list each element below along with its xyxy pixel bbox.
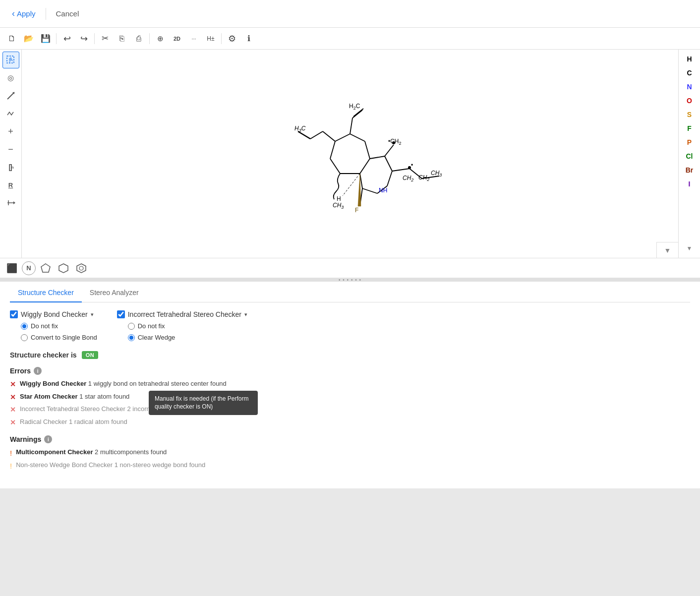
zoom-in-button[interactable]: + xyxy=(2,123,19,140)
element-n-button[interactable]: N xyxy=(683,81,697,92)
wiggly-bond-dropdown-icon[interactable]: ▾ xyxy=(91,311,94,318)
aromatic-ring-button[interactable] xyxy=(73,260,89,276)
svg-line-29 xyxy=(392,169,409,171)
warn-desc-1: 2 multicomponents found xyxy=(95,448,167,456)
warn-label-1: Multicomponent Checker xyxy=(16,448,95,456)
wiggly-do-not-fix-radio[interactable] xyxy=(21,323,28,330)
warn-icon-1: ! xyxy=(10,448,12,458)
wiggly-bond-checkbox[interactable] xyxy=(10,310,18,318)
copy-button[interactable]: ⎘ xyxy=(114,31,130,47)
svg-marker-48 xyxy=(77,264,86,273)
bottom-panel: Structure Checker Stereo Analyzer Wiggly… xyxy=(0,282,700,488)
element-br-button[interactable]: Br xyxy=(683,165,697,176)
tab-stereo-analyzer[interactable]: Stereo Analyzer xyxy=(82,284,147,302)
stereo-checkbox[interactable] xyxy=(117,310,125,318)
panel-divider[interactable]: • • • • • • xyxy=(0,278,700,282)
hexagon-button[interactable] xyxy=(56,260,71,276)
checker-tabs: Structure Checker Stereo Analyzer xyxy=(10,282,690,302)
save-button[interactable]: 💾 xyxy=(38,31,54,47)
svg-marker-46 xyxy=(41,264,50,272)
wiggly-do-not-fix-option[interactable]: Do not fix xyxy=(10,322,97,330)
errors-title: Errors i xyxy=(10,367,690,375)
select-tool-button[interactable] xyxy=(2,52,19,68)
status-toggle[interactable]: ON xyxy=(82,351,99,359)
chain-tool-button[interactable] xyxy=(2,105,19,122)
stereo-dropdown-icon[interactable]: ▾ xyxy=(244,311,247,318)
left-toolbar: ◎ + − []n R xyxy=(0,50,22,258)
svg-text:H2C: H2C xyxy=(349,103,360,111)
stereo-clear-wedge-option[interactable]: Clear Wedge xyxy=(117,334,247,341)
undo-button[interactable]: ↩ xyxy=(59,31,75,47)
warnings-section: Warnings i ! Multicomponent Checker 2 mu… xyxy=(10,435,690,471)
stereo-clear-wedge-radio[interactable] xyxy=(128,334,135,341)
nitrogen-ring-button[interactable]: N xyxy=(22,261,36,275)
r-group-tool-button[interactable]: R xyxy=(2,177,19,193)
svg-text:F: F xyxy=(355,207,358,214)
error-desc-2: 1 star atom found xyxy=(79,393,129,400)
error-item-stereo: ✕ Incorrect Tetrahedral Stereo Checker 2… xyxy=(10,405,690,415)
svg-text:•CH2: •CH2 xyxy=(388,138,402,146)
open-file-button[interactable]: 📂 xyxy=(21,31,37,47)
error-label-1: Wiggly Bond Checker xyxy=(20,380,88,387)
stereo-do-not-fix-radio[interactable] xyxy=(128,323,135,330)
paste-button[interactable]: ⎙ xyxy=(131,31,147,47)
error-icon-3: ✕ xyxy=(10,405,16,415)
element-f-button[interactable]: F xyxy=(683,123,697,134)
element-cl-button[interactable]: Cl xyxy=(683,151,697,162)
errors-info-icon[interactable]: i xyxy=(34,367,42,375)
info-button[interactable]: ℹ xyxy=(241,31,257,47)
wiggly-bond-checker-header: Wiggly Bond Checker ▾ xyxy=(10,310,97,318)
atom-map-button[interactable]: H± xyxy=(203,31,219,47)
pentagon-button[interactable] xyxy=(38,260,54,276)
element-p-button[interactable]: P xyxy=(683,137,697,148)
element-i-button[interactable]: I xyxy=(683,179,697,189)
bond-tool-button[interactable] xyxy=(2,87,19,104)
stereo-checker-label: Incorrect Tetrahedral Stereo Checker xyxy=(128,310,241,318)
reaction-tool-button[interactable] xyxy=(2,194,19,211)
stereo-checker-header: Incorrect Tetrahedral Stereo Checker ▾ xyxy=(117,310,247,318)
tab-structure-checker[interactable]: Structure Checker xyxy=(10,284,82,302)
svg-line-7 xyxy=(330,159,340,174)
new-file-button[interactable]: 🗋 xyxy=(4,31,20,47)
layout-button[interactable]: ··· xyxy=(186,31,202,47)
svg-line-14 xyxy=(323,131,335,141)
wiggly-convert-option[interactable]: Convert to Single Bond xyxy=(10,334,97,341)
bottom-toolbar: ⬛ N xyxy=(0,258,700,278)
error-label-3: Incorrect Tetrahedral Stereo Checker xyxy=(20,405,127,413)
molecule-canvas[interactable]: H3C H2C •CH2 CH3 H F NH CH3 CH2 CH2 • ▼ xyxy=(22,50,678,258)
element-h-button[interactable]: H xyxy=(683,54,697,64)
error-icon-1: ✕ xyxy=(10,380,16,390)
svg-line-12 xyxy=(360,159,370,174)
svg-line-22 xyxy=(387,171,392,186)
stereo-checker-group: Incorrect Tetrahedral Stereo Checker ▾ D… xyxy=(117,310,247,341)
apply-button[interactable]: Apply xyxy=(8,6,40,21)
svg-line-21 xyxy=(385,156,392,171)
cancel-button[interactable]: Cancel xyxy=(52,7,83,20)
cut-button[interactable]: ✂ xyxy=(97,31,113,47)
stereo-do-not-fix-option[interactable]: Do not fix xyxy=(117,322,247,330)
svg-line-17 xyxy=(350,118,352,134)
svg-text:CH3: CH3 xyxy=(333,202,344,210)
eraser-tool-button[interactable]: ◎ xyxy=(2,69,19,86)
template-button[interactable]: ⬛ xyxy=(4,260,20,276)
warning-item-multicomponent: ! Multicomponent Checker 2 multicomponen… xyxy=(10,448,690,458)
wiggly-convert-radio[interactable] xyxy=(21,334,28,341)
settings-button[interactable]: ⚙ xyxy=(224,31,240,47)
svg-text:H3C: H3C xyxy=(294,125,306,133)
bracket-tool-button[interactable]: []n xyxy=(2,159,19,176)
error-item-wiggly: ✕ Wiggly Bond Checker 1 wiggly bond on t… xyxy=(10,380,690,390)
warnings-info-icon[interactable]: i xyxy=(44,435,52,443)
svg-marker-47 xyxy=(59,264,68,273)
clean-button[interactable]: ⊕ xyxy=(152,31,168,47)
zoom-out-button[interactable]: − xyxy=(2,141,19,158)
2d-button[interactable]: 2D xyxy=(169,31,185,47)
canvas-scroll-down[interactable]: ▼ xyxy=(656,242,678,258)
redo-button[interactable]: ↪ xyxy=(76,31,92,47)
wiggly-convert-label: Convert to Single Bond xyxy=(31,334,97,341)
element-s-button[interactable]: S xyxy=(683,109,697,120)
svg-point-49 xyxy=(79,266,83,270)
element-c-button[interactable]: C xyxy=(683,67,697,78)
element-o-button[interactable]: O xyxy=(683,95,697,106)
toolbar-separator-2 xyxy=(94,33,95,44)
more-elements-button[interactable]: ▼ xyxy=(683,243,697,254)
